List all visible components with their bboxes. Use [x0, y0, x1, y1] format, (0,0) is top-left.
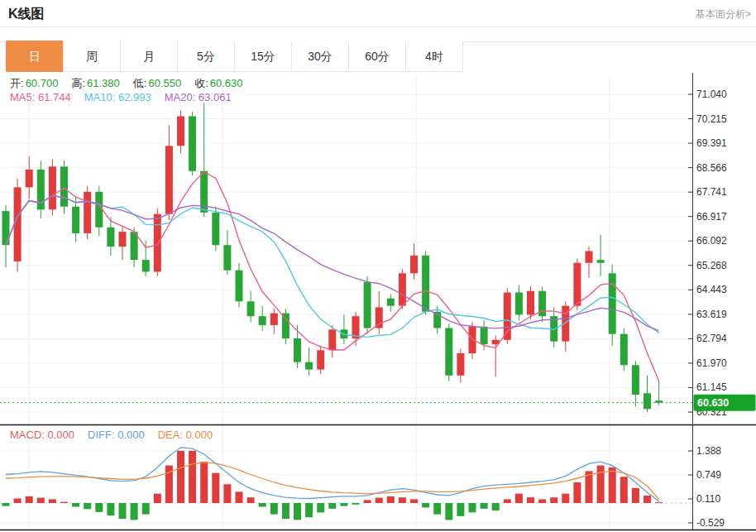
- candles: [2, 103, 663, 411]
- ma5-line: [6, 172, 659, 381]
- tab-period-2[interactable]: 月: [120, 41, 178, 72]
- svg-text:65.268: 65.268: [696, 260, 727, 271]
- price-axis: 71.04070.21569.39168.56667.74166.91766.0…: [688, 73, 727, 530]
- svg-text:1.388: 1.388: [696, 445, 721, 457]
- svg-text:62.794: 62.794: [696, 333, 727, 344]
- svg-text:68.566: 68.566: [696, 162, 727, 174]
- current-price-badge: 60.630: [694, 395, 756, 411]
- dea-line: [6, 463, 659, 500]
- tab-period-3[interactable]: 5分: [177, 41, 235, 72]
- svg-text:67.741: 67.741: [696, 186, 727, 198]
- macd-histogram: [2, 451, 663, 520]
- svg-text:60.630: 60.630: [697, 397, 729, 409]
- svg-text:61.970: 61.970: [696, 357, 727, 369]
- svg-text:-0.529: -0.529: [696, 517, 725, 529]
- tab-period-5[interactable]: 30分: [291, 41, 349, 72]
- tab-period-0[interactable]: 日: [6, 41, 64, 72]
- kline-chart-canvas[interactable]: 71.04070.21569.39168.56667.74166.91766.0…: [0, 73, 756, 532]
- tab-period-6[interactable]: 60分: [348, 41, 406, 72]
- period-tabbar: 日周月5分15分30分60分4时: [7, 41, 463, 73]
- chart-area: 71.04070.21569.39168.56667.74166.91766.0…: [0, 73, 756, 532]
- gridlines: [0, 74, 692, 529]
- svg-text:0.749: 0.749: [696, 469, 721, 481]
- svg-text:66.917: 66.917: [696, 211, 727, 223]
- ma20-line: [6, 196, 659, 331]
- fundamental-analysis-link[interactable]: 基本面分析>: [696, 7, 751, 22]
- svg-text:70.215: 70.215: [696, 113, 727, 125]
- svg-text:69.391: 69.391: [696, 137, 727, 149]
- svg-text:71.040: 71.040: [696, 89, 727, 100]
- svg-text:0.110: 0.110: [696, 493, 720, 505]
- tab-period-7[interactable]: 4时: [405, 41, 463, 72]
- svg-text:64.443: 64.443: [696, 284, 727, 295]
- svg-text:66.092: 66.092: [696, 235, 727, 247]
- svg-text:63.619: 63.619: [696, 309, 727, 320]
- header-bar: K线图 基本面分析>: [0, 0, 756, 27]
- tab-period-4[interactable]: 15分: [234, 41, 292, 72]
- page-title: K线图: [8, 6, 45, 23]
- diff-line: [6, 448, 659, 501]
- svg-text:61.145: 61.145: [696, 381, 727, 393]
- tab-period-1[interactable]: 周: [63, 41, 121, 72]
